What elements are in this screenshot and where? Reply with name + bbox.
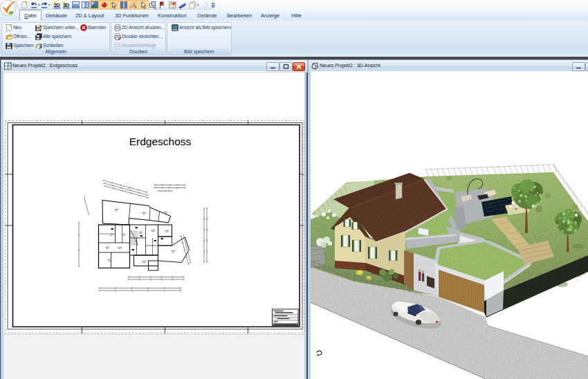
svg-text:Erdgeschoss: Erdgeschoss xyxy=(129,136,192,147)
svg-text:3D: 3D xyxy=(63,2,70,8)
svg-text:2D: 2D xyxy=(54,2,61,8)
